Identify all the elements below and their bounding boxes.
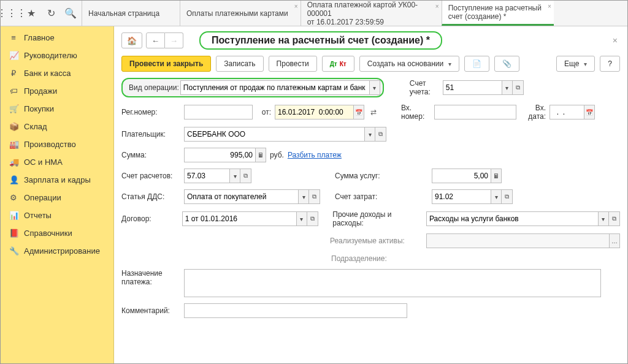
truck-icon: 🚚 (9, 157, 18, 167)
sum-input[interactable] (184, 148, 255, 162)
cost-acc-combo: ▾ ⧉ (432, 189, 513, 204)
save-button[interactable]: Записать (216, 56, 263, 72)
history-icon[interactable]: ↻ (42, 5, 59, 22)
sum-combo: 🖩 (184, 148, 266, 162)
service-sum-input[interactable] (432, 169, 491, 183)
search-icon[interactable]: 🔍 (62, 5, 79, 22)
dropdown-icon[interactable]: ▾ (491, 189, 502, 204)
dropdown-icon[interactable]: ▾ (364, 127, 375, 142)
calculator-icon[interactable]: 🖩 (255, 148, 266, 162)
calendar-icon[interactable]: 📅 (353, 105, 364, 119)
nav-operations[interactable]: ⚙Операции (1, 189, 113, 207)
calculator-icon[interactable]: 🖩 (491, 169, 502, 183)
menu-icon: ≡ (9, 33, 18, 42)
other-inc-input[interactable] (426, 211, 598, 226)
nav-warehouse[interactable]: 📦Склад (1, 118, 113, 135)
title-row: 🏠 ← → Поступление на расчетный счет (соз… (121, 31, 620, 50)
tab-payments[interactable]: Оплаты платежными картами × (180, 1, 301, 26)
create-on-basis-button[interactable]: Создать на основании (359, 56, 460, 72)
nav-bank[interactable]: ₽Банк и касса (1, 64, 113, 82)
open-icon[interactable]: ⧉ (609, 211, 620, 226)
nav-purchases[interactable]: 🛒Покупки (1, 100, 113, 118)
nav-label: Продажи (24, 86, 57, 96)
close-icon[interactable]: × (548, 3, 551, 10)
in-date-input[interactable] (550, 105, 584, 119)
ellipsis-icon[interactable]: … (609, 233, 620, 248)
cost-acc-input[interactable] (432, 189, 491, 204)
from-label: от: (256, 108, 271, 116)
date-input[interactable] (275, 105, 353, 119)
open-icon[interactable]: ⧉ (375, 127, 386, 142)
tab-label-line1: Оплата платежной картой УК00-000001 (307, 1, 429, 18)
in-num-input[interactable] (434, 105, 516, 119)
dds-input[interactable] (184, 189, 298, 204)
contract-combo: ▾ ⧉ (182, 211, 318, 226)
comment-input[interactable] (184, 303, 407, 318)
dropdown-icon[interactable]: ▾ (296, 211, 307, 226)
cart-icon: 🛒 (9, 104, 18, 113)
nav-reports[interactable]: 📊Отчеты (1, 207, 113, 224)
dropdown-icon[interactable]: ▾ (598, 211, 609, 226)
op-type-label: Вид операции: (129, 83, 179, 92)
tab-home[interactable]: Начальная страница (82, 1, 180, 26)
dropdown-icon[interactable]: ▾ (298, 189, 309, 204)
tab-receipt-create[interactable]: Поступление на расчетный счет (создание)… (442, 1, 554, 26)
open-icon[interactable]: ⧉ (513, 80, 524, 95)
regnum-input[interactable] (184, 105, 253, 119)
attachment-icon-button[interactable]: 📎 (494, 56, 519, 72)
help-button[interactable]: ? (600, 56, 620, 72)
nav-sales[interactable]: 🏷Продажи (1, 82, 113, 100)
more-button[interactable]: Еще (556, 56, 595, 72)
op-type-combo: ▾ (180, 80, 380, 95)
calendar-icon[interactable]: 📅 (584, 105, 595, 119)
purpose-textarea[interactable] (184, 269, 601, 297)
nav-label: Производство (24, 140, 76, 149)
op-type-input[interactable] (180, 80, 369, 95)
nav-manager[interactable]: 📈Руководителю (1, 47, 113, 64)
wrench-icon: 🔧 (9, 246, 18, 256)
chart-icon: 📈 (9, 51, 18, 60)
forward-button[interactable]: → (165, 32, 183, 48)
document-icon-button[interactable]: 📄 (464, 56, 489, 72)
star-icon[interactable]: ★ (23, 5, 40, 22)
account-combo: ▾ ⧉ (443, 80, 524, 95)
assets-input[interactable] (426, 233, 609, 248)
contract-input[interactable] (182, 211, 296, 226)
open-icon[interactable]: ⧉ (309, 189, 320, 204)
dropdown-icon[interactable]: ▾ (229, 169, 240, 183)
account-input[interactable] (443, 80, 502, 95)
back-button[interactable]: ← (146, 32, 165, 48)
tab-card-payment[interactable]: Оплата платежной картой УК00-000001 от 1… (301, 1, 442, 26)
nav-hr[interactable]: 👤Зарплата и кадры (1, 171, 113, 189)
other-inc-label: Прочие доходы и расходы: (332, 210, 423, 227)
nav-main[interactable]: ≡Главное (1, 29, 113, 47)
toolbar: Провести и закрыть Записать Провести ДтК… (121, 56, 620, 72)
payer-label: Плательщик: (121, 130, 180, 138)
close-page-icon[interactable]: × (610, 33, 620, 48)
split-payment-link[interactable]: Разбить платеж (288, 151, 342, 159)
apps-icon[interactable]: ⋮⋮⋮ (3, 5, 20, 22)
swap-icon[interactable]: ⇄ (368, 105, 379, 119)
close-icon[interactable]: × (294, 3, 298, 10)
dds-label: Статья ДДС: (121, 192, 180, 201)
dtkt-button[interactable]: ДтКт (322, 56, 354, 72)
payer-input[interactable] (184, 127, 364, 142)
nav-label: Администрирование (24, 246, 100, 256)
settle-acc-combo: ▾ ⧉ (184, 169, 251, 183)
home-button[interactable]: 🏠 (121, 32, 142, 48)
open-icon[interactable]: ⧉ (240, 169, 251, 183)
tab-label-line2: счет (создание) * (448, 12, 542, 21)
nav-production[interactable]: 🏭Производство (1, 135, 113, 153)
open-icon[interactable]: ⧉ (502, 189, 513, 204)
open-icon[interactable]: ⧉ (307, 211, 318, 226)
dropdown-icon[interactable]: ▾ (502, 80, 513, 95)
settle-acc-input[interactable] (184, 169, 229, 183)
close-icon[interactable]: × (435, 3, 439, 10)
nav-refs[interactable]: 📕Справочники (1, 224, 113, 242)
nav-label: Отчеты (24, 211, 52, 220)
dropdown-icon[interactable]: ▾ (369, 80, 380, 95)
post-button[interactable]: Провести (269, 56, 317, 72)
nav-assets[interactable]: 🚚ОС и НМА (1, 153, 113, 171)
nav-admin[interactable]: 🔧Администрирование (1, 242, 113, 260)
post-and-close-button[interactable]: Провести и закрыть (121, 56, 211, 72)
